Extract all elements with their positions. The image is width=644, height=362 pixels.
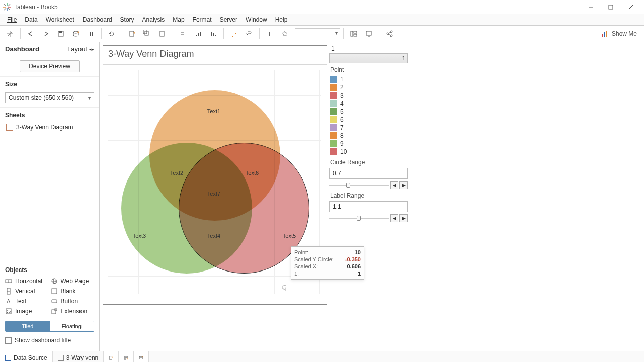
circle-range-label: Circle Range: [329, 157, 408, 167]
svg-rect-36: [215, 35, 216, 36]
object-blank[interactable]: Blank: [51, 287, 95, 296]
sheet-item[interactable]: 3-Way Venn Diagram: [5, 122, 94, 133]
svg-rect-17: [59, 31, 62, 33]
show-cards-button[interactable]: [347, 27, 361, 41]
circle-range-input[interactable]: 0.7: [329, 168, 408, 179]
pause-refresh-button[interactable]: [84, 27, 98, 41]
menu-analysis[interactable]: Analysis: [138, 15, 169, 25]
tableau-home-icon[interactable]: [3, 27, 17, 41]
svg-text:T: T: [268, 31, 271, 37]
tiled-segment[interactable]: Tiled: [6, 321, 50, 331]
swatch-icon: [330, 116, 337, 123]
svg-rect-63: [52, 310, 56, 314]
svg-rect-48: [602, 34, 603, 37]
refresh-button[interactable]: [105, 27, 119, 41]
venn-label-3: Text3: [133, 233, 146, 239]
redo-button[interactable]: [39, 27, 53, 41]
show-me-label: Show Me: [612, 30, 637, 37]
label-range-inc[interactable]: ▶: [399, 214, 408, 222]
close-button[interactable]: [621, 2, 641, 13]
dashboard-tab-icon: [58, 355, 64, 361]
menu-story[interactable]: Story: [116, 15, 138, 25]
new-story-tab[interactable]: [134, 351, 149, 362]
svg-line-46: [389, 32, 391, 33]
object-image[interactable]: Image: [5, 307, 49, 316]
object-horizontal[interactable]: Horizontal: [5, 277, 49, 286]
circle-range-inc[interactable]: ▶: [399, 181, 408, 189]
svg-rect-65: [110, 356, 112, 359]
fit-dropdown[interactable]: [295, 28, 340, 39]
tab-layout[interactable]: Layout◂▸: [67, 45, 94, 53]
new-data-button[interactable]: [69, 27, 83, 41]
clear-button[interactable]: [155, 27, 170, 41]
swap-button[interactable]: [176, 27, 190, 41]
circle-range-dec[interactable]: ◀: [390, 181, 398, 189]
label-range-dec[interactable]: ◀: [390, 214, 398, 222]
param-1-field[interactable]: 1: [329, 53, 408, 63]
maximize-button[interactable]: [601, 2, 621, 13]
legend-item[interactable]: 1: [329, 75, 408, 83]
sort-asc-button[interactable]: [191, 27, 205, 41]
label-range-input[interactable]: 1.1: [329, 201, 408, 212]
swatch-icon: [330, 84, 337, 91]
menu-format[interactable]: Format: [189, 15, 216, 25]
text-annotate-button[interactable]: T: [263, 27, 277, 41]
tooltip: Point:10Scaled Y Circle:-0.350Scaled X:0…: [291, 246, 364, 280]
legend-item[interactable]: 6: [329, 116, 408, 124]
object-extension[interactable]: Extension: [51, 307, 95, 316]
tab-dashboard[interactable]: Dashboard: [5, 45, 39, 53]
new-dashboard-tab[interactable]: [119, 351, 134, 362]
legend-item[interactable]: 7: [329, 124, 408, 132]
undo-button[interactable]: [24, 27, 38, 41]
datasource-icon: [5, 355, 11, 361]
menu-data[interactable]: Data: [21, 15, 41, 25]
circle-range-slider[interactable]: [329, 182, 389, 189]
presentation-button[interactable]: [362, 27, 376, 41]
tab-data-source[interactable]: Data Source: [0, 351, 53, 362]
legend-item[interactable]: 2: [329, 83, 408, 92]
object-vertical[interactable]: Vertical: [5, 287, 49, 296]
legend-item[interactable]: 9: [329, 140, 408, 148]
favorite-button[interactable]: [278, 27, 292, 41]
device-preview-button[interactable]: Device Preview: [20, 60, 80, 72]
menu-map[interactable]: Map: [169, 15, 188, 25]
svg-rect-33: [200, 32, 201, 36]
show-me-button[interactable]: Show Me: [597, 30, 641, 38]
menu-worksheet[interactable]: Worksheet: [42, 15, 78, 25]
object-webpage[interactable]: Web Page: [51, 277, 95, 286]
minimize-button[interactable]: [581, 2, 601, 13]
object-button[interactable]: Button: [51, 297, 95, 306]
sort-desc-button[interactable]: [206, 27, 220, 41]
new-worksheet-button[interactable]: [125, 27, 139, 41]
menu-help[interactable]: Help: [271, 15, 292, 25]
legend-item[interactable]: 4: [329, 100, 408, 108]
swatch-icon: [330, 148, 337, 155]
venn-circle-c[interactable]: [179, 143, 309, 274]
show-title-checkbox[interactable]: Show dashboard title: [0, 335, 99, 348]
menu-window[interactable]: Window: [242, 15, 271, 25]
menu-file[interactable]: File: [3, 15, 21, 25]
new-worksheet-tab[interactable]: [104, 351, 119, 362]
attach-button[interactable]: [242, 27, 256, 41]
venn-label-1: Text1: [207, 108, 220, 114]
legend-item[interactable]: 8: [329, 132, 408, 140]
label-range-slider[interactable]: [329, 215, 389, 222]
tiled-floating-toggle[interactable]: Tiled Floating: [5, 321, 94, 332]
menu-server[interactable]: Server: [216, 15, 242, 25]
save-button[interactable]: [54, 27, 68, 41]
svg-rect-32: [198, 33, 199, 36]
legend-item[interactable]: 3: [329, 92, 408, 100]
tab-sheet-1[interactable]: 3-Way venn: [53, 351, 104, 362]
highlight-button[interactable]: [227, 27, 241, 41]
legend-item[interactable]: 5: [329, 108, 408, 116]
floating-segment[interactable]: Floating: [50, 321, 94, 331]
share-button[interactable]: [382, 27, 396, 41]
svg-line-5: [8, 8, 10, 10]
object-text[interactable]: AText: [5, 297, 49, 306]
size-select[interactable]: Custom size (650 x 560): [5, 92, 94, 103]
venn-label-7: Text7: [207, 191, 220, 197]
svg-rect-31: [196, 35, 197, 36]
menu-dashboard[interactable]: Dashboard: [78, 15, 116, 25]
duplicate-button[interactable]: [140, 27, 154, 41]
legend-item[interactable]: 10: [329, 148, 408, 156]
